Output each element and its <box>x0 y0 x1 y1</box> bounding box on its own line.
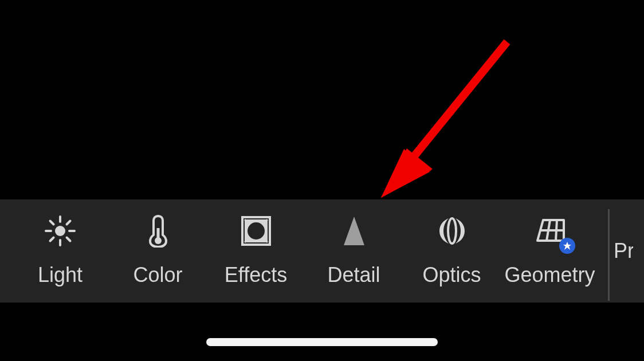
svg-marker-25 <box>563 242 571 250</box>
toolbar-item-color[interactable]: Color <box>109 199 207 303</box>
svg-marker-2 <box>381 152 431 198</box>
svg-line-10 <box>67 238 70 241</box>
toolbar-label: Pr <box>599 239 633 263</box>
lens-icon <box>437 215 467 247</box>
toolbar-item-next-partial[interactable]: Pr <box>599 199 633 303</box>
toolbar-item-optics[interactable]: Optics <box>403 199 501 303</box>
toolbar-label: Effects <box>225 263 287 287</box>
thermometer-icon <box>148 215 168 247</box>
svg-line-1 <box>403 42 507 170</box>
svg-point-4 <box>55 226 65 236</box>
star-badge-icon <box>559 238 575 254</box>
edit-toolbar: Light Color Effects <box>0 199 644 303</box>
home-indicator[interactable] <box>206 338 438 346</box>
toolbar-label: Geometry <box>504 263 595 287</box>
preview-area <box>0 0 644 199</box>
annotation-arrow-icon <box>375 37 524 209</box>
svg-line-9 <box>50 221 54 225</box>
toolbar-label: Detail <box>327 263 380 287</box>
svg-marker-20 <box>344 217 364 245</box>
toolbar-item-light[interactable]: Light <box>0 199 109 303</box>
svg-line-12 <box>67 221 70 225</box>
svg-point-21 <box>448 218 456 244</box>
toolbar-item-detail[interactable]: Detail <box>305 199 403 303</box>
triangle-icon <box>343 215 366 247</box>
toolbar-divider <box>608 209 610 301</box>
vignette-icon <box>241 215 271 247</box>
svg-marker-3 <box>381 149 430 198</box>
svg-point-18 <box>248 222 265 240</box>
svg-line-11 <box>50 238 54 241</box>
toolbar-label: Optics <box>422 263 481 287</box>
toolbar-label: Light <box>38 263 83 287</box>
perspective-icon <box>533 215 567 247</box>
toolbar-item-geometry[interactable]: Geometry <box>501 199 599 303</box>
toolbar-label: Color <box>133 263 182 287</box>
toolbar-item-effects[interactable]: Effects <box>207 199 305 303</box>
sun-icon <box>44 215 76 247</box>
